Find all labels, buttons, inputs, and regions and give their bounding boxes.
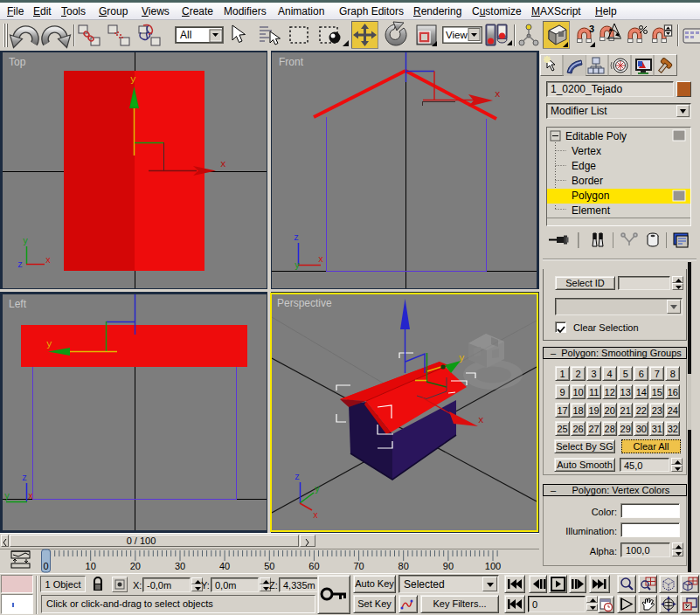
svg-text:y: y	[315, 485, 320, 494]
svg-text:x: x	[220, 159, 226, 169]
svg-text:View: View	[446, 30, 468, 40]
svg-text:Vertex: Vertex	[572, 145, 601, 157]
svg-text:z: z	[22, 473, 27, 483]
svg-text:x: x	[45, 256, 51, 266]
svg-text:z: z	[295, 473, 300, 482]
svg-text:90: 90	[443, 561, 454, 571]
svg-text:y: y	[23, 237, 28, 246]
svg-text:Left: Left	[9, 298, 27, 310]
svg-text:y: y	[130, 74, 136, 85]
svg-text:y: y	[4, 492, 10, 501]
svg-text:Border: Border	[572, 175, 603, 187]
svg-text:Polygon: Polygon	[572, 190, 609, 202]
svg-text:All: All	[180, 29, 191, 41]
svg-text:70: 70	[353, 561, 364, 571]
svg-text:3: 3	[589, 24, 594, 34]
svg-text:y: y	[459, 353, 465, 363]
svg-text:60: 60	[308, 561, 319, 571]
svg-text:Element: Element	[572, 204, 611, 217]
svg-text:Top: Top	[9, 56, 26, 68]
svg-text:Editable Poly: Editable Poly	[565, 130, 627, 142]
svg-text:x: x	[478, 415, 484, 425]
svg-text:100: 100	[485, 561, 501, 571]
svg-text:40: 40	[219, 561, 230, 571]
svg-text:0: 0	[43, 561, 48, 571]
svg-text:y: y	[46, 339, 52, 349]
svg-text:x: x	[28, 492, 33, 501]
svg-text:20: 20	[130, 561, 141, 571]
svg-text:50: 50	[264, 561, 274, 571]
svg-text:y: y	[295, 261, 300, 271]
svg-text:30: 30	[175, 561, 185, 571]
svg-text:z: z	[17, 260, 23, 270]
svg-text:z: z	[294, 233, 299, 243]
svg-text:Front: Front	[279, 56, 304, 68]
svg-text:Perspective: Perspective	[277, 297, 332, 309]
svg-text:80: 80	[399, 561, 409, 571]
svg-text:x: x	[313, 511, 318, 521]
svg-text:Edge: Edge	[572, 160, 596, 172]
svg-text:x: x	[318, 255, 323, 265]
svg-text:10: 10	[86, 561, 96, 571]
svg-text:x: x	[495, 89, 501, 100]
